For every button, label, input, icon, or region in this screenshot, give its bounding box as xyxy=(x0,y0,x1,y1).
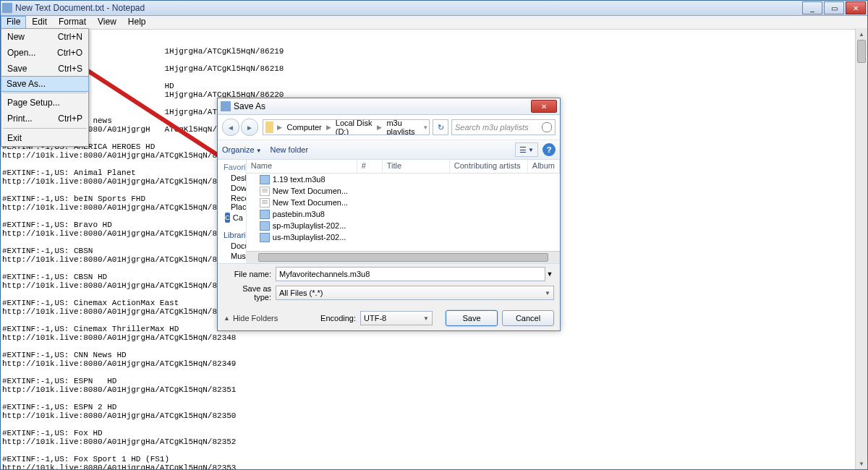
menu-format[interactable]: Format xyxy=(53,16,92,29)
sidebar-recent[interactable]: Recent Places xyxy=(218,193,246,212)
text-file-icon xyxy=(260,198,270,208)
scroll-thumb[interactable] xyxy=(857,40,866,63)
search-icon xyxy=(542,122,552,132)
file-row[interactable]: 1.19 text.m3u8 xyxy=(247,174,560,185)
m3u-icon xyxy=(260,233,270,242)
close-button[interactable]: ✕ xyxy=(846,1,866,14)
window-title: New Text Document.txt - Notepad xyxy=(15,3,801,13)
col-album[interactable]: Album xyxy=(528,160,560,173)
menu-help[interactable]: Help xyxy=(122,16,152,29)
file-row[interactable]: New Text Documen... xyxy=(247,185,560,197)
menu-new[interactable]: NewCtrl+N xyxy=(1,29,88,45)
menu-separator xyxy=(3,128,87,129)
col-title[interactable]: Title xyxy=(383,160,450,173)
file-row[interactable]: New Text Documen... xyxy=(247,197,560,208)
sidebar-favorites-header[interactable]: Favorites xyxy=(218,161,246,173)
hide-folders-button[interactable]: ▲Hide Folders xyxy=(224,314,278,322)
file-menu-dropdown: NewCtrl+N Open...Ctrl+O SaveCtrl+S Save … xyxy=(1,28,89,147)
chevron-right-icon[interactable]: ▶ xyxy=(276,124,284,131)
menu-file[interactable]: File xyxy=(1,16,26,29)
chevron-down-icon[interactable]: ▼ xyxy=(545,270,554,278)
file-row[interactable]: sp-m3uplaylist-202... xyxy=(247,220,560,231)
menu-edit[interactable]: Edit xyxy=(26,16,53,29)
minimize-button[interactable]: _ xyxy=(802,1,822,14)
titlebar[interactable]: New Text Document.txt - Notepad _ ▭ ✕ xyxy=(1,1,867,16)
col-artists[interactable]: Contributing artists xyxy=(450,160,528,173)
menu-separator xyxy=(3,93,87,93)
file-list[interactable]: 1.19 text.m3u8 New Text Documen... New T… xyxy=(247,174,560,251)
encoding-label: Encoding: xyxy=(320,314,356,322)
chevron-down-icon[interactable]: ▾ xyxy=(422,124,429,131)
notepad-icon xyxy=(2,3,12,13)
dialog-icon xyxy=(221,101,231,111)
refresh-button[interactable]: ↻ xyxy=(433,119,448,135)
filename-input[interactable]: Myfavoritechannels.m3u8 xyxy=(276,267,545,281)
crumb-drive[interactable]: Local Disk (D:) xyxy=(333,119,376,135)
menu-exit[interactable]: Exit xyxy=(1,130,88,146)
new-folder-button[interactable]: New folder xyxy=(271,145,309,154)
dialog-close-button[interactable]: ✕ xyxy=(531,100,557,113)
breadcrumb-bar[interactable]: ▶ Computer ▶ Local Disk (D:) ▶ m3u playl… xyxy=(263,119,430,135)
menu-save[interactable]: SaveCtrl+S xyxy=(1,61,88,77)
chevron-right-icon[interactable]: ▶ xyxy=(325,124,333,131)
sidebar-item-truncated[interactable]: CCa xyxy=(218,212,246,223)
chevron-right-icon[interactable]: ▶ xyxy=(375,124,383,131)
text-file-icon xyxy=(260,187,270,196)
dialog-toolbar: Organize▼ New folder ☰▼ ? xyxy=(218,140,560,160)
m3u-icon xyxy=(260,221,270,231)
file-list-pane: Name # Title Contributing artists Album … xyxy=(247,160,560,263)
cancel-button[interactable]: Cancel xyxy=(502,310,554,326)
menu-print[interactable]: Print...Ctrl+P xyxy=(1,111,88,127)
encoding-dropdown[interactable]: UTF-8 xyxy=(360,311,433,325)
filename-label: File name: xyxy=(224,270,271,278)
crumb-computer[interactable]: Computer xyxy=(284,123,324,132)
menu-open[interactable]: Open...Ctrl+O xyxy=(1,45,88,61)
dialog-navbar: ◄ ► ▶ Computer ▶ Local Disk (D:) ▶ m3u p… xyxy=(218,115,560,140)
sidebar-documents[interactable]: Documents xyxy=(218,241,246,251)
dialog-title: Save As xyxy=(234,101,531,111)
crumb-folder[interactable]: m3u playlists xyxy=(383,119,422,135)
save-type-label: Save as type: xyxy=(224,284,271,302)
menu-page-setup[interactable]: Page Setup... xyxy=(1,95,88,111)
app-icon: C xyxy=(225,213,230,223)
dialog-titlebar[interactable]: Save As ✕ xyxy=(218,98,560,115)
horizontal-scrollbar[interactable] xyxy=(247,251,560,263)
sidebar-music[interactable]: Music xyxy=(218,251,246,261)
view-options-button[interactable]: ☰▼ xyxy=(515,142,538,157)
nav-back-button[interactable]: ◄ xyxy=(222,119,239,136)
maximize-button[interactable]: ▭ xyxy=(824,1,844,14)
sidebar-pictures[interactable]: Pictures xyxy=(218,261,246,263)
nav-forward-button[interactable]: ► xyxy=(241,119,258,136)
col-name[interactable]: Name xyxy=(247,160,357,173)
save-type-dropdown[interactable]: All Files (*.*) xyxy=(276,286,554,300)
file-row[interactable]: us-m3uplaylist-202... xyxy=(247,231,560,243)
organize-button[interactable]: Organize▼ xyxy=(222,145,262,154)
dialog-controls: File name: Myfavoritechannels.m3u8 ▼ Sav… xyxy=(218,263,560,307)
save-button[interactable]: Save xyxy=(446,310,498,326)
search-placeholder: Search m3u playlists xyxy=(455,123,529,132)
file-columns-header: Name # Title Contributing artists Album xyxy=(247,160,560,174)
dialog-footer: ▲Hide Folders Encoding: UTF-8 Save Cance… xyxy=(218,307,560,330)
sidebar-downloads[interactable]: Downloads xyxy=(218,183,246,193)
scroll-up-icon[interactable]: ▲ xyxy=(856,28,867,40)
scroll-down-icon[interactable]: ▼ xyxy=(856,458,867,469)
sidebar-desktop[interactable]: Desktop xyxy=(218,173,246,183)
notepad-window: New Text Document.txt - Notepad _ ▭ ✕ Fi… xyxy=(0,0,868,470)
dialog-body: Favorites Desktop Downloads Recent Place… xyxy=(218,160,560,263)
menu-save-as[interactable]: Save As... xyxy=(1,76,89,92)
col-number[interactable]: # xyxy=(357,160,383,173)
sidebar-libraries-header[interactable]: Libraries xyxy=(218,229,246,241)
scroll-thumb[interactable] xyxy=(258,253,548,262)
menu-view[interactable]: View xyxy=(92,16,122,29)
help-button[interactable]: ? xyxy=(542,143,556,156)
file-row[interactable]: pastebin.m3u8 xyxy=(247,208,560,220)
vertical-scrollbar[interactable]: ▲ ▼ xyxy=(855,28,867,469)
m3u-icon xyxy=(260,175,270,184)
nav-sidebar: Favorites Desktop Downloads Recent Place… xyxy=(218,160,247,263)
m3u-icon xyxy=(260,210,270,219)
folder-icon xyxy=(265,121,273,133)
save-as-dialog: Save As ✕ ◄ ► ▶ Computer ▶ Local Disk (D… xyxy=(217,98,561,331)
search-input[interactable]: Search m3u playlists xyxy=(451,119,556,135)
